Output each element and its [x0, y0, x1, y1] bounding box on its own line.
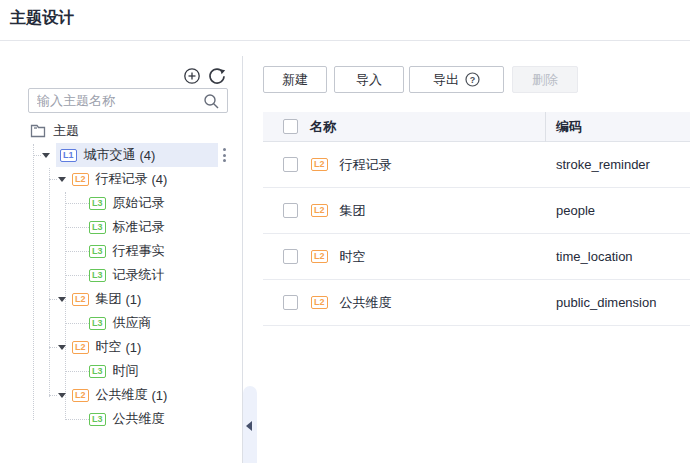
tree-node-label: 原始记录 — [113, 194, 165, 212]
level-badge: L3 — [89, 365, 106, 378]
tree-node-selected[interactable]: L1 城市交通 (4) — [0, 143, 250, 167]
search-input[interactable] — [37, 89, 202, 112]
tree-connector — [65, 275, 89, 276]
question-circle-icon[interactable]: ? — [465, 72, 480, 87]
level-badge: L2 — [72, 341, 89, 354]
import-button[interactable]: 导入 — [334, 66, 404, 93]
row-checkbox[interactable] — [283, 203, 298, 218]
row-name: 集团 — [340, 202, 366, 220]
themes-table: 名称 编码 L2 行程记录 stroke_reminder L2 集团 peop… — [263, 112, 690, 326]
row-code: public_dimension — [556, 295, 656, 310]
tree-node-count: (4) — [140, 148, 156, 163]
tree-connector — [65, 227, 89, 228]
tree-node-count: (4) — [152, 172, 168, 187]
tree-node-label: 城市交通 — [84, 146, 136, 164]
row-checkbox[interactable] — [283, 295, 298, 310]
tree-node[interactable]: L3 标准记录 — [0, 215, 250, 239]
level-badge: L2 — [311, 204, 328, 217]
tree-node-count: (1) — [126, 292, 142, 307]
theme-design-page: 主题设计 主题 L1 城市 — [0, 0, 690, 463]
svg-text:?: ? — [470, 75, 476, 85]
tree-connector — [49, 299, 57, 300]
delete-button[interactable]: 删除 — [512, 66, 578, 93]
collapse-panel-handle[interactable] — [243, 386, 257, 463]
import-button-label: 导入 — [356, 71, 382, 89]
caret-down-icon[interactable] — [42, 153, 50, 158]
caret-down-icon[interactable] — [58, 393, 66, 398]
tree-node[interactable]: L3 原始记录 — [0, 191, 250, 215]
level-badge: L3 — [89, 221, 106, 234]
tree-node-label: 公共维度 — [113, 410, 165, 428]
level-badge: L2 — [72, 389, 89, 402]
tree-node[interactable]: L3 记录统计 — [0, 263, 250, 287]
table-row[interactable]: L2 公共维度 public_dimension — [263, 280, 690, 326]
tree-connector — [33, 155, 41, 156]
row-name: 公共维度 — [340, 294, 392, 312]
level-badge: L1 — [60, 149, 77, 162]
tree-connector — [65, 251, 89, 252]
tree-node-count: (1) — [126, 340, 142, 355]
level-badge: L3 — [89, 245, 106, 258]
level-badge: L2 — [311, 158, 328, 171]
tree-node[interactable]: L3 行程事实 — [0, 239, 250, 263]
plus-circle-icon — [183, 67, 201, 85]
column-divider — [545, 112, 546, 142]
export-button-label: 导出 — [433, 71, 459, 89]
header-divider — [0, 40, 690, 41]
tree-node-label: 供应商 — [113, 314, 152, 332]
level-badge: L3 — [89, 413, 106, 426]
level-badge: L3 — [89, 269, 106, 282]
new-button[interactable]: 新建 — [263, 66, 327, 93]
more-vertical-icon[interactable] — [223, 148, 227, 162]
select-all-checkbox[interactable] — [283, 119, 298, 134]
row-name: 行程记录 — [340, 156, 392, 174]
export-button[interactable]: 导出 ? — [409, 66, 504, 93]
tree-node-root[interactable]: 主题 — [0, 119, 250, 143]
tree-node[interactable]: L2 公共维度 (1) — [0, 383, 250, 407]
tree-node[interactable]: L2 行程记录 (4) — [0, 167, 250, 191]
tree-node-label: 标准记录 — [113, 218, 165, 236]
tree-node[interactable]: L3 供应商 — [0, 311, 250, 335]
tree-node-label: 时间 — [113, 362, 139, 380]
level-badge: L2 — [311, 250, 328, 263]
level-badge: L2 — [311, 296, 328, 309]
refresh-icon — [208, 67, 226, 85]
caret-down-icon[interactable] — [58, 177, 66, 182]
refresh-button[interactable] — [208, 67, 226, 85]
level-badge: L2 — [72, 293, 89, 306]
caret-down-icon[interactable] — [58, 297, 66, 302]
tree-node[interactable]: L2 时空 (1) — [0, 335, 250, 359]
theme-search-box — [28, 88, 228, 113]
tree-node-label: 集团 — [96, 290, 122, 308]
tree-node[interactable]: L2 集团 (1) — [0, 287, 250, 311]
delete-button-label: 删除 — [532, 71, 558, 89]
add-theme-button[interactable] — [183, 67, 201, 85]
code-column-header: 编码 — [556, 118, 582, 136]
tree-connector — [65, 323, 89, 324]
tree-node[interactable]: L3 公共维度 — [0, 407, 250, 431]
tree-node-label: 记录统计 — [113, 266, 165, 284]
search-icon[interactable] — [203, 93, 220, 110]
row-checkbox[interactable] — [283, 157, 298, 172]
row-checkbox[interactable] — [283, 249, 298, 264]
level-badge: L3 — [89, 317, 106, 330]
row-code: stroke_reminder — [556, 157, 650, 172]
collapse-left-icon — [246, 421, 252, 431]
tree-connector — [65, 203, 89, 204]
row-code: time_location — [556, 249, 633, 264]
tree-connector — [65, 371, 89, 372]
table-row[interactable]: L2 时空 time_location — [263, 234, 690, 280]
table-row[interactable]: L2 集团 people — [263, 188, 690, 234]
selected-node-highlight: L1 城市交通 (4) — [56, 143, 218, 167]
tree-node-label: 行程事实 — [113, 242, 165, 260]
tree-node-count: (1) — [152, 388, 168, 403]
tree-connector — [65, 419, 89, 420]
table-row[interactable]: L2 行程记录 stroke_reminder — [263, 142, 690, 188]
tree-node[interactable]: L3 时间 — [0, 359, 250, 383]
tree-connector — [49, 179, 57, 180]
page-title: 主题设计 — [10, 8, 74, 29]
row-name: 时空 — [340, 248, 366, 266]
name-column-header: 名称 — [310, 118, 336, 136]
theme-tree: 主题 L1 城市交通 (4) L2 行程记录 (4) L3 原始记录 — [0, 119, 250, 431]
caret-down-icon[interactable] — [58, 345, 66, 350]
